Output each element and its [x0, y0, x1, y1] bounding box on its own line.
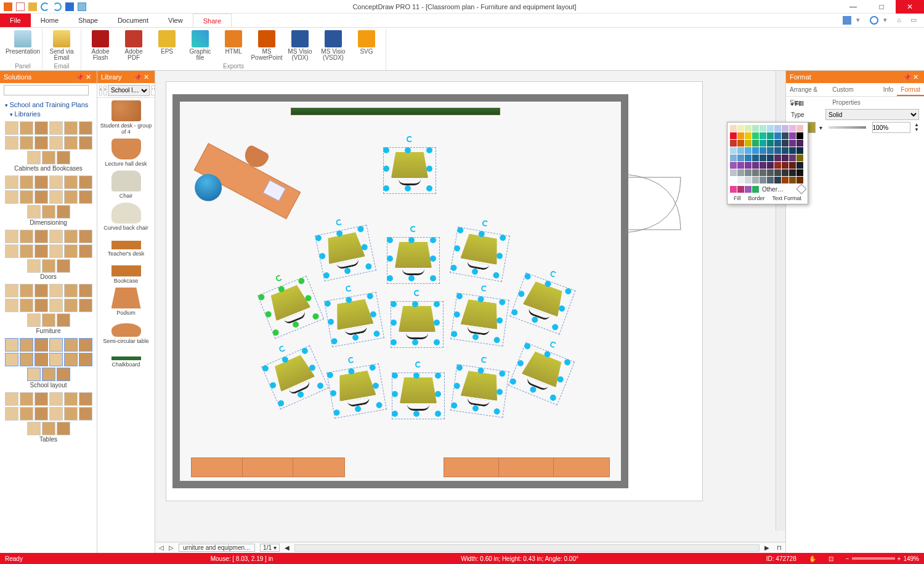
thumb[interactable]: [79, 230, 92, 243]
color-swatch[interactable]: [745, 140, 752, 147]
color-swatch[interactable]: [767, 132, 774, 139]
color-swatch[interactable]: [760, 125, 766, 132]
preview-mode-icon[interactable]: [843, 16, 851, 25]
color-swatch[interactable]: [752, 132, 759, 139]
color-swatch[interactable]: [737, 140, 744, 147]
color-swatch[interactable]: [782, 125, 788, 132]
color-swatch[interactable]: [789, 125, 796, 132]
color-swatch[interactable]: [796, 125, 803, 132]
color-swatch[interactable]: [774, 162, 781, 169]
student-desk[interactable]: [321, 230, 371, 275]
color-swatch[interactable]: [745, 155, 752, 161]
library-item-podium[interactable]: Podium: [97, 286, 155, 318]
thumb[interactable]: [49, 136, 63, 150]
maximize-button[interactable]: □: [867, 0, 896, 14]
tab-info[interactable]: Info: [880, 83, 898, 96]
color-swatch[interactable]: [774, 147, 781, 154]
zoom-fit-icon[interactable]: ⊡: [829, 555, 833, 562]
color-swatch[interactable]: [789, 177, 796, 183]
thumb[interactable]: [5, 392, 18, 406]
popup-label-fill[interactable]: Fill: [734, 195, 741, 201]
thumb[interactable]: [64, 175, 78, 189]
thumb[interactable]: [5, 353, 18, 366]
color-swatch[interactable]: [782, 140, 788, 147]
color-swatch[interactable]: [767, 169, 774, 176]
thumb[interactable]: [64, 230, 78, 243]
thumb[interactable]: [20, 407, 33, 421]
color-swatch[interactable]: [730, 162, 737, 169]
chalkboard-shape[interactable]: [291, 108, 500, 115]
pin-icon[interactable]: 📌: [76, 73, 83, 81]
thumb[interactable]: [49, 392, 63, 406]
cabinet-left[interactable]: [191, 457, 345, 477]
qat-save-icon[interactable]: [65, 2, 74, 11]
eyedropper-icon[interactable]: [796, 184, 807, 195]
help-icon[interactable]: [870, 16, 878, 25]
thumb[interactable]: [20, 299, 33, 312]
thumb[interactable]: [79, 392, 92, 406]
thumb[interactable]: [57, 313, 70, 327]
color-swatch[interactable]: [796, 132, 803, 139]
thumb[interactable]: [49, 230, 63, 243]
thumb[interactable]: [57, 368, 70, 381]
zoom-in-button[interactable]: +: [898, 555, 901, 562]
thumb[interactable]: [5, 299, 18, 312]
thumb[interactable]: [20, 353, 33, 366]
thumb[interactable]: [20, 244, 33, 258]
student-desk[interactable]: [455, 232, 504, 276]
color-swatch[interactable]: [782, 155, 788, 161]
thumb[interactable]: [49, 407, 63, 421]
thumb[interactable]: [64, 353, 78, 366]
thumb[interactable]: [49, 121, 63, 135]
student-desk[interactable]: [330, 297, 378, 341]
color-swatch[interactable]: [752, 147, 759, 154]
color-swatch[interactable]: [774, 177, 781, 183]
color-swatch[interactable]: [782, 132, 788, 139]
library-item-chair[interactable]: Chair: [97, 169, 155, 201]
thumb[interactable]: [27, 259, 41, 273]
thumb[interactable]: [57, 151, 70, 164]
color-swatch[interactable]: [796, 162, 803, 169]
qat-open-icon[interactable]: [28, 2, 37, 11]
thumb[interactable]: [79, 244, 92, 258]
thumb[interactable]: [49, 190, 63, 204]
thumb[interactable]: [57, 422, 70, 435]
student-desk[interactable]: [392, 242, 435, 279]
qat-new-icon[interactable]: [16, 2, 25, 11]
library-next-button[interactable]: ›: [103, 86, 107, 95]
thumb[interactable]: [34, 392, 48, 406]
color-swatch[interactable]: [730, 125, 737, 132]
color-swatch[interactable]: [767, 140, 774, 147]
thumb[interactable]: [79, 407, 92, 421]
ribbon-html[interactable]: HTML: [218, 29, 249, 63]
thumb[interactable]: [57, 205, 70, 219]
library-item-chalkboard[interactable]: Chalkboard: [97, 347, 155, 370]
color-swatch[interactable]: [752, 125, 759, 132]
color-swatch[interactable]: [767, 125, 774, 132]
door-shape[interactable]: [625, 174, 699, 233]
student-desk[interactable]: [264, 282, 317, 332]
thumb[interactable]: [49, 284, 63, 297]
color-swatch[interactable]: [789, 147, 796, 154]
thumb[interactable]: [5, 338, 18, 352]
opacity-input[interactable]: [872, 122, 911, 133]
thumb[interactable]: [49, 299, 63, 312]
color-swatch[interactable]: [730, 140, 737, 147]
thumb[interactable]: [64, 190, 78, 204]
thumb[interactable]: [64, 121, 78, 135]
color-swatch[interactable]: [789, 169, 796, 176]
student-desk[interactable]: [456, 369, 504, 412]
color-swatch[interactable]: [737, 132, 744, 139]
color-swatch[interactable]: [745, 177, 752, 183]
tree-node-libraries[interactable]: Libraries: [10, 110, 92, 118]
color-swatch[interactable]: [774, 169, 781, 176]
color-swatch[interactable]: [774, 155, 781, 161]
color-swatch[interactable]: [760, 140, 766, 147]
minimize-button[interactable]: —: [839, 0, 867, 14]
thumb[interactable]: [34, 353, 48, 366]
thumb[interactable]: [79, 284, 92, 297]
color-swatch[interactable]: [767, 177, 774, 183]
library-prev-button[interactable]: ‹: [99, 86, 102, 95]
color-swatch[interactable]: [789, 155, 796, 161]
thumb[interactable]: [20, 284, 33, 297]
